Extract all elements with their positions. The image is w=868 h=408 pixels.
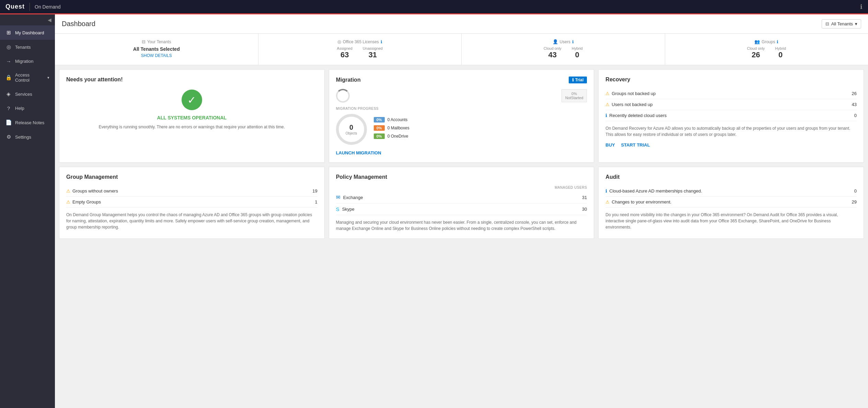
chevron-down-icon: ▾	[47, 75, 49, 80]
pm-row-0: ✉ Exchange 31	[336, 191, 587, 203]
warn-icon: ⚠	[605, 102, 610, 107]
attention-card: Needs your attention! ✓ ALL SYSTEMS OPER…	[59, 69, 325, 163]
sidebar-item-my-dashboard[interactable]: ⊞ My Dashboard	[0, 25, 55, 40]
recovery-row-2-label: ℹ Recently deleted cloud users	[605, 113, 667, 118]
migration-body: 0 Objects 0% 0 Accounts 0% 0 Mailboxes	[336, 114, 587, 145]
launch-migration-link[interactable]: LAUNCH MIGRATION	[336, 150, 381, 155]
recovery-row-1-label: ⚠ Users not backed up	[605, 102, 652, 107]
recovery-description: On Demand Recovery for Azure AD allows y…	[605, 125, 857, 138]
audit-row-1-value: 29	[852, 199, 857, 205]
exchange-icon: ✉	[336, 194, 340, 200]
tenant-filter-label: All Tenants	[831, 21, 853, 26]
app-layout: ◀ ⊞ My Dashboard ◎ Tenants → Migration 🔒…	[0, 14, 868, 408]
groups-cloud-value: 26	[747, 50, 765, 59]
access-control-icon: 🔒	[5, 74, 12, 81]
migration-stats: 0% 0 Accounts 0% 0 Mailboxes 0% 0 OneDri…	[374, 117, 587, 142]
warn-icon: ⚠	[66, 199, 70, 205]
onedrive-pct: 0%	[374, 133, 385, 139]
check-circle: ✓	[182, 90, 202, 110]
sidebar-item-label: My Dashboard	[15, 30, 44, 35]
donut-chart: 0 Objects	[336, 114, 367, 145]
assigned-value: 63	[337, 50, 352, 59]
attention-description: Everything is running smoothly. There ar…	[66, 124, 317, 130]
office365-info-icon[interactable]: ℹ	[381, 39, 382, 44]
checkmark-icon: ✓	[187, 94, 196, 106]
migration-spinner	[336, 89, 350, 103]
users-info-icon[interactable]: ℹ	[572, 39, 574, 44]
buy-link[interactable]: BUY	[605, 142, 615, 148]
pm-row-0-label: ✉ Exchange	[336, 194, 363, 200]
group-management-card: Group Management ⚠ Groups without owners…	[59, 167, 325, 239]
users-cloud-label: Cloud only	[544, 46, 562, 50]
pm-row-0-value: 31	[582, 195, 587, 200]
help-icon: ?	[5, 105, 12, 111]
groups-hybrid-value: 0	[775, 50, 786, 59]
settings-icon: ⚙	[5, 134, 12, 140]
migration-icon: →	[5, 58, 12, 64]
not-started-pct: 0%	[565, 92, 583, 96]
warn-icon: ⚠	[66, 188, 70, 194]
sidebar-item-tenants[interactable]: ◎ Tenants	[0, 40, 55, 54]
policy-management-card: Policy Management MANAGED USERS ✉ Exchan…	[329, 167, 594, 239]
migration-card: Migration ℹ Trial 0% NotStarted MIGRATIO…	[329, 69, 594, 163]
sidebar-item-label: Services	[15, 92, 32, 97]
groups-hybrid-stat: Hybrid 0	[775, 46, 786, 59]
main-content: Dashboard ⊟ All Tenants ▾ ⊟ Your Tenants…	[55, 14, 868, 408]
dashboard-icon: ⊞	[5, 30, 12, 36]
groups-info-icon[interactable]: ℹ	[777, 39, 778, 44]
managed-users-label: MANAGED USERS	[336, 186, 587, 189]
recovery-row-2-value: 0	[854, 113, 857, 118]
accounts-pct: 0%	[374, 117, 385, 123]
stat-office365: ◎ Office 365 Licenses ℹ Assigned 63 Unas…	[258, 34, 462, 65]
users-cloud-value: 43	[544, 50, 562, 59]
sidebar: ◀ ⊞ My Dashboard ◎ Tenants → Migration 🔒…	[0, 14, 55, 408]
sidebar-item-access-control[interactable]: 🔒 Access Control ▾	[0, 68, 55, 87]
gm-row-1-label: ⚠ Empty Groups	[66, 199, 101, 205]
onedrive-stat-row: 0% 0 OneDrive	[374, 133, 587, 139]
sidebar-item-label: Migration	[15, 59, 33, 64]
unassigned-stat: Unassigned 31	[363, 46, 383, 59]
groups-cloud-stat: Cloud only 26	[747, 46, 765, 59]
sidebar-collapse-button[interactable]: ◀	[0, 14, 55, 25]
donut-value: 0	[349, 124, 353, 131]
migration-card-title: Migration ℹ Trial	[336, 77, 587, 83]
assigned-label: Assigned	[337, 46, 352, 50]
show-details-link[interactable]: SHOW DETAILS	[62, 53, 251, 58]
sidebar-item-services[interactable]: ◈ Services	[0, 87, 55, 101]
warn-icon: ⚠	[605, 199, 610, 205]
collapse-icon: ◀	[48, 17, 51, 23]
groups-icon: 👥	[754, 39, 760, 44]
sidebar-item-help[interactable]: ? Help	[0, 101, 55, 115]
audit-row-0-value: 0	[854, 188, 857, 194]
dashboard-grid: Needs your attention! ✓ ALL SYSTEMS OPER…	[55, 69, 868, 243]
users-title: 👤 Users ℹ	[468, 39, 658, 44]
sidebar-item-migration[interactable]: → Migration	[0, 54, 55, 68]
recovery-row-0-label: ⚠ Groups not backed up	[605, 91, 656, 96]
migration-progress-label: MIGRATION PROGRESS	[336, 107, 587, 110]
info-icon: ℹ	[605, 188, 607, 194]
sidebar-item-release-notes[interactable]: 📄 Release Notes	[0, 115, 55, 130]
services-icon: ◈	[5, 91, 12, 97]
info-icon[interactable]: ℹ	[860, 3, 863, 11]
trial-info-icon: ℹ	[572, 78, 574, 82]
audit-description: Do you need more visibility into the cha…	[605, 212, 857, 230]
gm-row-0-value: 19	[312, 188, 317, 194]
tenant-filter-dropdown[interactable]: ⊟ All Tenants ▾	[822, 19, 861, 28]
not-started-label: NotStarted	[565, 96, 583, 100]
recovery-row-1: ⚠ Users not backed up 43	[605, 99, 857, 110]
office365-stats: Assigned 63 Unassigned 31	[265, 46, 455, 59]
start-trial-link[interactable]: START TRIAL	[621, 142, 650, 148]
migration-top: 0% NotStarted	[336, 89, 587, 103]
tenants-icon: ◎	[5, 44, 12, 50]
assigned-stat: Assigned 63	[337, 46, 352, 59]
sidebar-item-label: Access Control	[15, 72, 44, 83]
sidebar-item-settings[interactable]: ⚙ Settings	[0, 130, 55, 144]
office365-title: ◎ Office 365 Licenses ℹ	[265, 39, 455, 44]
groups-cloud-label: Cloud only	[747, 46, 765, 50]
groups-hybrid-label: Hybrid	[775, 46, 786, 50]
policy-management-description: Managing and securing your cloud environ…	[336, 219, 587, 232]
gm-row-0-label: ⚠ Groups without owners	[66, 188, 118, 194]
migration-donut: 0 Objects	[336, 114, 367, 145]
users-hybrid-label: Hybrid	[572, 46, 583, 50]
accounts-label: 0 Accounts	[387, 117, 408, 122]
